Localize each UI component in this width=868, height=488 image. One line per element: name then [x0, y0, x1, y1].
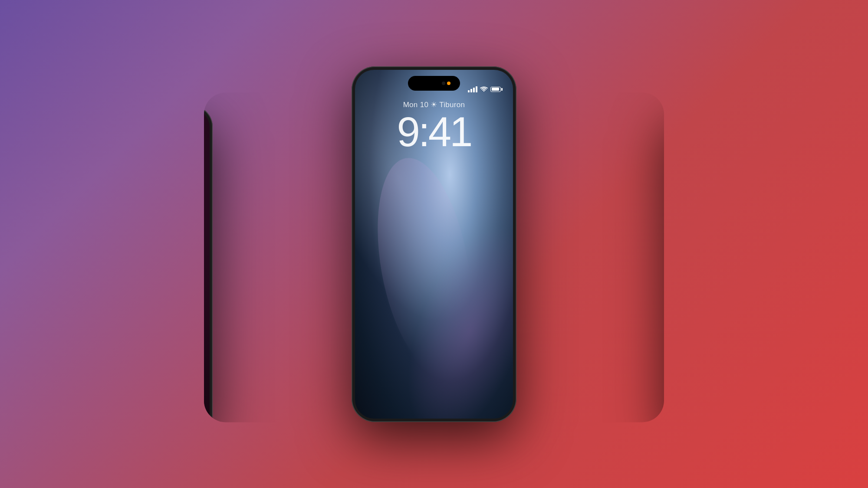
- right-phone-container: e to use ChatGPT to Use ChatGPT Paradise…: [508, 92, 664, 422]
- left-clock-area: Mon 10 ☀ Ti 9:4: [204, 134, 210, 178]
- center-wifi-icon: [480, 86, 488, 92]
- left-phone-container: Mon 10 ☀ Ti 9:4: [204, 92, 360, 422]
- center-date: Mon 10 ☀ Tiburon: [355, 100, 513, 109]
- center-dynamic-island: [408, 76, 460, 91]
- center-clock-area: Mon 10 ☀ Tiburon 9:41: [355, 100, 513, 153]
- center-battery-icon: [490, 87, 503, 92]
- left-date: Mon 10 ☀ Ti: [204, 134, 210, 142]
- left-phone-bg: Mon 10 ☀ Ti 9:4: [204, 108, 210, 422]
- center-phone-bg: Mon 10 ☀ Tiburon 9:41: [355, 70, 513, 419]
- center-time: 9:41: [355, 111, 513, 153]
- center-weather-icon: ☀: [431, 101, 439, 109]
- left-time: 9:4: [204, 142, 210, 178]
- center-location-text: Tiburon: [439, 101, 465, 109]
- center-phone: Mon 10 ☀ Tiburon 9:41: [352, 66, 516, 422]
- left-phone-screen: Mon 10 ☀ Ti 9:4: [204, 108, 210, 422]
- center-phone-screen: Mon 10 ☀ Tiburon 9:41: [355, 70, 513, 419]
- scene: Mon 10 ☀ Ti 9:4: [0, 0, 868, 488]
- left-phone: Mon 10 ☀ Ti 9:4: [204, 105, 213, 422]
- center-signal-icon: [468, 86, 477, 92]
- center-date-text: Mon 10: [403, 101, 429, 109]
- center-status-icons: [468, 86, 503, 92]
